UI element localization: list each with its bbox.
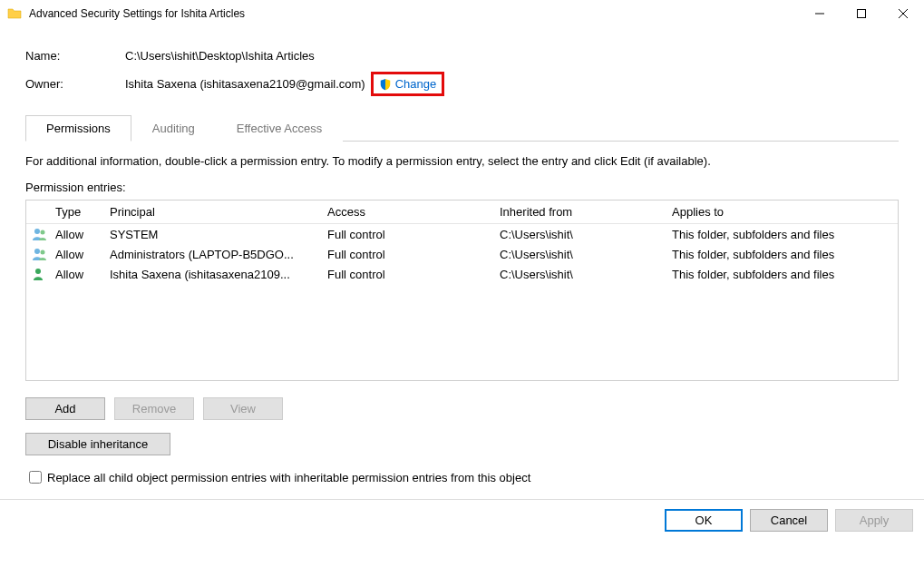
cancel-button[interactable]: Cancel bbox=[750, 509, 828, 532]
titlebar: Advanced Security Settings for Ishita Ar… bbox=[0, 0, 924, 27]
replace-children-checkbox[interactable] bbox=[29, 471, 42, 484]
principal-icon bbox=[32, 227, 48, 241]
shield-icon bbox=[379, 78, 392, 91]
minimize-button[interactable] bbox=[799, 0, 841, 27]
tab-auditing[interactable]: Auditing bbox=[131, 115, 216, 142]
ok-button[interactable]: OK bbox=[665, 509, 743, 532]
cell-type: Allow bbox=[55, 248, 110, 261]
name-value: C:\Users\ishit\Desktop\Ishita Articles bbox=[125, 49, 315, 63]
cell-type: Allow bbox=[55, 268, 110, 281]
maximize-button[interactable] bbox=[841, 0, 882, 27]
permission-table: Type Principal Access Inherited from App… bbox=[25, 200, 899, 381]
svg-point-4 bbox=[34, 229, 40, 234]
svg-point-6 bbox=[34, 249, 40, 254]
add-button[interactable]: Add bbox=[25, 397, 105, 420]
window-title: Advanced Security Settings for Ishita Ar… bbox=[29, 7, 799, 20]
svg-point-8 bbox=[35, 269, 41, 274]
cell-inherited: C:\Users\ishit\ bbox=[500, 268, 672, 281]
col-header-applies[interactable]: Applies to bbox=[672, 205, 892, 219]
table-row[interactable]: AllowSYSTEMFull controlC:\Users\ishit\Th… bbox=[26, 224, 898, 244]
change-owner-link[interactable]: Change bbox=[395, 77, 437, 91]
table-row[interactable]: AllowIshita Saxena (ishitasaxena2109...F… bbox=[26, 264, 898, 284]
cell-inherited: C:\Users\ishit\ bbox=[500, 248, 672, 261]
col-header-principal[interactable]: Principal bbox=[110, 205, 327, 219]
col-header-inherited[interactable]: Inherited from bbox=[500, 205, 672, 219]
col-header-access[interactable]: Access bbox=[327, 205, 500, 219]
cell-access: Full control bbox=[327, 268, 500, 281]
close-button[interactable] bbox=[882, 0, 924, 27]
view-button: View bbox=[203, 397, 283, 420]
change-highlight-box: Change bbox=[371, 72, 445, 96]
table-row[interactable]: AllowAdministrators (LAPTOP-B5DGO...Full… bbox=[26, 244, 898, 264]
tab-permissions[interactable]: Permissions bbox=[25, 115, 131, 142]
folder-icon bbox=[7, 6, 22, 21]
svg-rect-1 bbox=[858, 10, 866, 18]
cell-principal: SYSTEM bbox=[110, 228, 327, 241]
principal-icon bbox=[32, 247, 48, 261]
apply-button: Apply bbox=[835, 509, 913, 532]
cell-type: Allow bbox=[55, 228, 110, 241]
entries-label: Permission entries: bbox=[25, 181, 899, 194]
cell-inherited: C:\Users\ishit\ bbox=[500, 228, 672, 241]
tabs: Permissions Auditing Effective Access bbox=[25, 114, 899, 142]
col-header-type[interactable]: Type bbox=[55, 205, 110, 219]
disable-inheritance-button[interactable]: Disable inheritance bbox=[25, 433, 170, 455]
cell-applies: This folder, subfolders and files bbox=[672, 268, 892, 281]
cell-applies: This folder, subfolders and files bbox=[672, 248, 892, 261]
cell-access: Full control bbox=[327, 228, 500, 241]
principal-icon bbox=[32, 267, 48, 281]
tab-effective-access[interactable]: Effective Access bbox=[216, 115, 343, 142]
owner-value: Ishita Saxena (ishitasaxena2109@gmail.co… bbox=[125, 77, 365, 91]
cell-access: Full control bbox=[327, 248, 500, 261]
cell-applies: This folder, subfolders and files bbox=[672, 228, 892, 241]
cell-principal: Administrators (LAPTOP-B5DGO... bbox=[110, 248, 327, 261]
replace-children-label: Replace all child object permission entr… bbox=[47, 471, 530, 484]
name-label: Name: bbox=[25, 49, 125, 63]
table-header: Type Principal Access Inherited from App… bbox=[26, 200, 898, 224]
svg-point-5 bbox=[41, 230, 45, 235]
cell-principal: Ishita Saxena (ishitasaxena2109... bbox=[110, 268, 327, 281]
svg-point-7 bbox=[41, 250, 45, 255]
owner-label: Owner: bbox=[25, 77, 125, 91]
info-text: For additional information, double-click… bbox=[25, 154, 899, 168]
remove-button: Remove bbox=[114, 397, 194, 420]
